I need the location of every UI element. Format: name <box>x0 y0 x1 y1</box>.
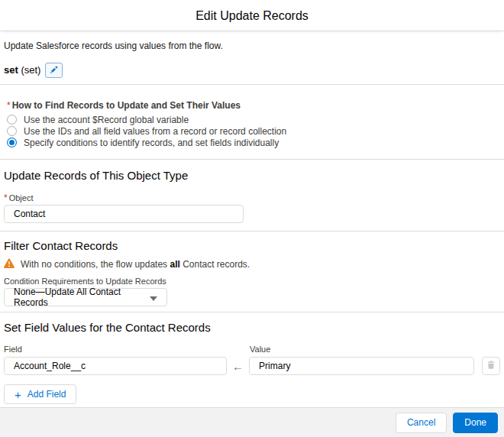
radio-option-label: Use the account $Record global variable <box>24 115 189 125</box>
condition-requirements-label: Condition Requirements to Update Records <box>4 277 500 286</box>
intro-section: Update Salesforce records using values f… <box>0 31 504 84</box>
radio-button-selected[interactable] <box>7 138 17 147</box>
radio-option-global-variable[interactable]: Use the account $Record global variable <box>7 114 500 125</box>
object-field-label: *Object <box>4 193 500 203</box>
left-arrow-icon: ← <box>227 360 249 373</box>
modal-header: Edit Update Records <box>0 0 504 31</box>
object-label-text: Object <box>9 193 34 202</box>
page-title: Edit Update Records <box>0 0 504 23</box>
find-records-label: *How to Find Records to Update and Set T… <box>7 100 500 111</box>
warning-message: With no conditions, the flow updates all… <box>4 258 500 270</box>
find-records-label-text: How to Find Records to Update and Set Th… <box>12 100 241 111</box>
filter-section-heading: Filter Contact Records <box>4 239 500 253</box>
flow-element-name: set (set) <box>4 64 40 76</box>
value-column-label: Value <box>250 345 270 354</box>
field-input[interactable] <box>4 357 227 375</box>
plus-icon: + <box>15 389 21 400</box>
chevron-down-icon <box>150 290 157 304</box>
add-field-label: Add Field <box>27 389 66 400</box>
required-asterisk: * <box>4 193 8 203</box>
warning-text: With no conditions, the flow updates all… <box>21 259 250 270</box>
filter-records-section: Filter Contact Records With no condition… <box>0 231 504 312</box>
cancel-button[interactable]: Cancel <box>396 413 447 433</box>
done-button[interactable]: Done <box>453 413 498 433</box>
set-field-values-section: Set Field Values for the Contact Records… <box>0 312 504 404</box>
radio-option-label: Use the IDs and all field values from a … <box>24 126 286 137</box>
set-values-heading: Set Field Values for the Contact Records <box>4 321 500 335</box>
radio-list: Use the account $Record global variable … <box>7 114 500 148</box>
field-column-label: Field <box>4 345 250 354</box>
warning-text-bold: all <box>170 259 179 270</box>
pencil-icon <box>50 63 58 77</box>
dropdown-selected-value: None—Update All Contact Records <box>14 286 150 308</box>
radio-option-specify-conditions[interactable]: Specify conditions to identify records, … <box>7 137 500 148</box>
object-section-heading: Update Records of This Object Type <box>4 169 500 183</box>
radio-button[interactable] <box>7 126 17 136</box>
required-asterisk: * <box>7 100 11 111</box>
value-input[interactable] <box>249 357 474 375</box>
radio-option-label: Specify conditions to identify records, … <box>24 138 279 148</box>
trash-icon <box>486 359 496 373</box>
condition-requirements-dropdown[interactable]: None—Update All Contact Records <box>4 288 167 306</box>
api-name-row: set (set) <box>4 62 500 78</box>
edit-update-records-modal: Edit Update Records Update Salesforce re… <box>0 0 504 437</box>
delete-row-button[interactable] <box>482 357 500 375</box>
object-type-section: Update Records of This Object Type *Obje… <box>0 160 504 231</box>
object-input[interactable] <box>4 205 244 223</box>
add-field-button[interactable]: + Add Field <box>4 384 76 404</box>
warning-icon <box>4 257 15 271</box>
radio-option-ids-field-values[interactable]: Use the IDs and all field values from a … <box>7 125 500 137</box>
modal-description: Update Salesforce records using values f… <box>4 40 500 51</box>
radio-button[interactable] <box>7 115 17 125</box>
field-value-row: ← <box>4 357 500 375</box>
warning-text-post: Contact records. <box>180 259 250 270</box>
field-value-labels-row: Field Value <box>4 345 500 354</box>
find-records-section: *How to Find Records to Update and Set T… <box>0 85 504 159</box>
edit-name-button[interactable] <box>45 63 63 78</box>
flow-element-name-bold: set <box>4 64 18 76</box>
warning-text-pre: With no conditions, the flow updates <box>21 259 170 270</box>
flow-element-api-name: (set) <box>18 64 41 76</box>
modal-footer: Cancel Done <box>0 407 504 437</box>
